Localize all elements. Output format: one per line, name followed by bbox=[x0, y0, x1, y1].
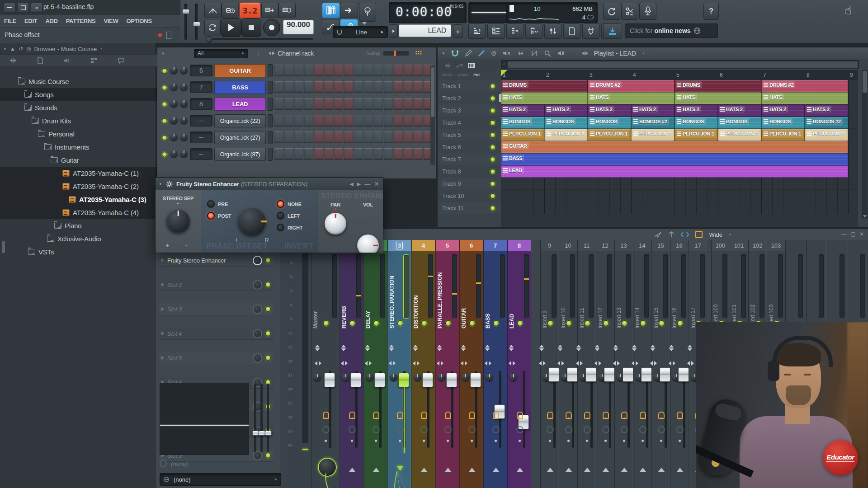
strip-number-tab[interactable]: 13 bbox=[615, 240, 632, 251]
channel-volume-knob[interactable] bbox=[180, 66, 188, 74]
slot-enable-led[interactable] bbox=[265, 306, 271, 312]
strip-fx-enable-icon[interactable] bbox=[566, 412, 572, 419]
stereo-sep-minus[interactable]: - bbox=[185, 242, 188, 249]
track-led[interactable] bbox=[490, 132, 495, 138]
layout-piano-button[interactable] bbox=[563, 23, 580, 39]
strip-width-icon[interactable] bbox=[576, 361, 583, 366]
step-cell[interactable] bbox=[334, 98, 343, 110]
strip-number-tab[interactable]: 6 bbox=[460, 240, 483, 251]
strip-number-tab[interactable]: 15 bbox=[652, 240, 670, 251]
step-cell[interactable] bbox=[374, 131, 383, 143]
strip-route-arrow[interactable] bbox=[517, 468, 523, 472]
step-cell[interactable] bbox=[364, 115, 373, 127]
channel-button[interactable]: Organic..ick (27) bbox=[214, 131, 266, 144]
step-cell[interactable] bbox=[324, 131, 333, 143]
strip-fx-enable-icon[interactable] bbox=[547, 412, 553, 419]
pattern-clip-bongos[interactable]: BONGOS bbox=[544, 117, 588, 129]
pattern-clip-bongos[interactable]: BONGOS bbox=[501, 117, 544, 129]
slot-enable-led[interactable] bbox=[265, 355, 271, 361]
step-cell[interactable] bbox=[314, 131, 323, 143]
pattern-clip-hats[interactable]: HATS bbox=[588, 92, 675, 104]
strip-time-icon[interactable] bbox=[322, 426, 330, 433]
strip-separation-icon[interactable] bbox=[539, 345, 544, 351]
slot-arrow-icon[interactable] bbox=[161, 332, 164, 335]
playlist-track-header[interactable]: Track 2 bbox=[438, 92, 501, 104]
strip-fader-thumb[interactable] bbox=[324, 373, 335, 387]
sync-button[interactable] bbox=[603, 3, 620, 20]
pattern-clip-bongos[interactable]: BONGOS bbox=[761, 117, 805, 129]
step-cell[interactable] bbox=[404, 98, 413, 110]
step-cell[interactable] bbox=[404, 148, 413, 160]
typing-keyboard-button[interactable] bbox=[359, 3, 376, 22]
loop-record-button[interactable] bbox=[278, 3, 296, 18]
stereo-sep-knob[interactable] bbox=[166, 209, 190, 233]
plugin-minimize-icon[interactable]: — bbox=[364, 181, 370, 188]
pattern-clip-hats[interactable]: HATS bbox=[675, 92, 761, 104]
strip-number-tab[interactable]: 103 bbox=[767, 240, 785, 251]
strip-route-arrow[interactable] bbox=[640, 468, 646, 472]
fx-slot-2[interactable]: Slot 2 bbox=[160, 279, 274, 291]
step-cell[interactable] bbox=[374, 81, 383, 93]
step-cell[interactable] bbox=[284, 148, 293, 160]
browser-item-songs[interactable]: Songs bbox=[0, 88, 180, 101]
slot-mix-knob[interactable] bbox=[253, 280, 262, 290]
playlist-track-header[interactable]: Track 7 bbox=[438, 153, 501, 165]
slot-mix-knob[interactable] bbox=[253, 305, 262, 314]
channel-select-strip[interactable] bbox=[268, 64, 273, 77]
pattern-plus-button[interactable]: + bbox=[453, 24, 463, 38]
shuffle-knob[interactable] bbox=[206, 36, 212, 43]
mixer-strip-delay[interactable]: 2DELAY bbox=[363, 240, 387, 488]
slot-mix-knob[interactable] bbox=[253, 329, 262, 338]
step-cell[interactable] bbox=[374, 148, 383, 160]
strip-fx-enable-icon[interactable] bbox=[584, 412, 590, 419]
step-cell[interactable] bbox=[374, 65, 383, 76]
detached-icon[interactable] bbox=[695, 231, 703, 238]
step-cell[interactable] bbox=[284, 81, 293, 93]
step-cell[interactable] bbox=[274, 131, 283, 143]
playlist-track-lane[interactable]: HATS 2HATS 2HATS 2HATS 2HATS 2HATS 2HATS… bbox=[501, 104, 858, 117]
browser-search-icon[interactable]: ◎ bbox=[26, 46, 31, 52]
pattern-clip-percu-ion-2[interactable]: PERCU..ION 2 bbox=[805, 129, 848, 141]
channel-mute-led[interactable] bbox=[162, 118, 167, 124]
pattern-clip-bass[interactable]: BASS bbox=[501, 153, 848, 165]
step-cell[interactable] bbox=[394, 115, 403, 127]
song-loop-button[interactable] bbox=[204, 19, 221, 36]
step-cell[interactable] bbox=[404, 115, 413, 127]
pattern-clip-drums-2[interactable]: DRUMS #2 bbox=[588, 80, 675, 92]
strip-separation-icon[interactable] bbox=[613, 345, 618, 351]
strip-fx-enable-icon[interactable] bbox=[517, 412, 523, 419]
mixer-strip-insert-9[interactable]: 9Insert 9 bbox=[540, 240, 559, 488]
eq-fader-2[interactable] bbox=[260, 384, 263, 452]
channel-pan-knob[interactable] bbox=[170, 150, 178, 158]
menu-options[interactable]: OPTIONS bbox=[122, 15, 156, 27]
strip-mute-led[interactable] bbox=[622, 320, 627, 326]
mixer-maximize-icon[interactable]: ▢ bbox=[851, 231, 856, 237]
strip-mute-led[interactable] bbox=[323, 320, 329, 326]
playlist-track-lane[interactable]: DRUMSDRUMS #2DRUMSDRUMS #2 bbox=[501, 80, 858, 92]
strip-route-arrow[interactable] bbox=[445, 468, 451, 472]
step-cell[interactable] bbox=[294, 115, 303, 127]
pattern-clip-hats-2[interactable]: HATS 2 bbox=[805, 104, 848, 117]
track-led[interactable] bbox=[490, 169, 495, 174]
strip-fader-thumb[interactable] bbox=[678, 367, 689, 382]
channel-select-strip[interactable] bbox=[268, 98, 273, 111]
strip-record-dot[interactable] bbox=[567, 440, 570, 442]
step-cell[interactable] bbox=[414, 65, 423, 76]
step-cell[interactable] bbox=[364, 148, 373, 160]
mixer-strip-master[interactable]: Master bbox=[311, 240, 340, 488]
layout-playlist-button[interactable] bbox=[468, 23, 486, 39]
step-cell[interactable] bbox=[384, 81, 393, 93]
playlist-timeline[interactable]: 123456789 bbox=[501, 70, 858, 80]
playlist-track-lane[interactable]: GUITAR bbox=[501, 141, 858, 153]
eq-fader-3[interactable] bbox=[267, 384, 269, 452]
browser-up-icon[interactable]: ▲ bbox=[10, 46, 15, 52]
pattern-mode-button[interactable] bbox=[322, 3, 340, 18]
plugin-close-icon[interactable]: ✕ bbox=[374, 180, 379, 188]
pattern-clip-bongos-2[interactable]: BONGOS #2 bbox=[631, 117, 675, 129]
step-cell[interactable] bbox=[314, 98, 323, 110]
channel-button[interactable]: BASS bbox=[214, 81, 266, 94]
browser-speaker-icon[interactable] bbox=[63, 57, 71, 64]
strip-record-dot[interactable] bbox=[623, 440, 625, 442]
time-display-panel[interactable]: 0:00:00 M:S:CS bbox=[389, 2, 467, 23]
strip-pan-knob[interactable] bbox=[414, 374, 421, 381]
